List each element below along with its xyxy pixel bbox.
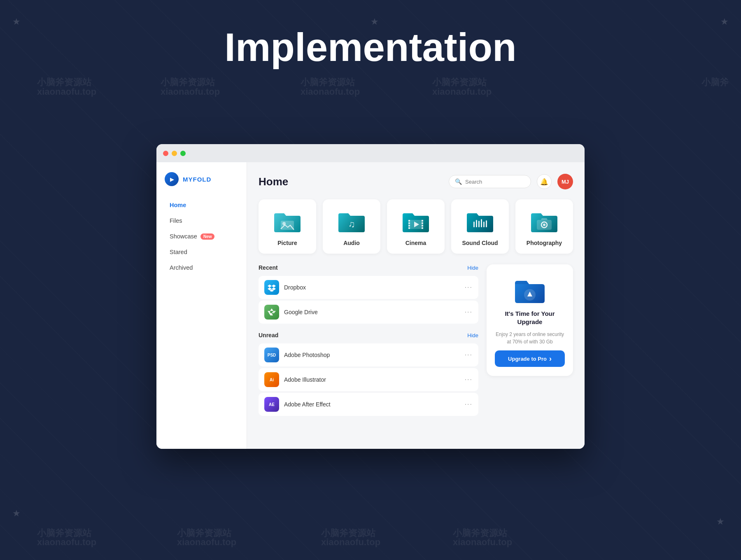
maximize-button[interactable]: [180, 151, 186, 156]
upgrade-card: It's Time for Your Upgrade Enjoy 2 years…: [487, 264, 573, 376]
main-content: Home 🔍 🔔 MJ: [247, 162, 585, 449]
recent-item-dropbox[interactable]: Dropbox ···: [259, 276, 478, 299]
close-button[interactable]: [163, 151, 168, 156]
svg-marker-25: [270, 308, 273, 311]
svg-rect-11: [422, 227, 423, 229]
recent-hide[interactable]: Hide: [467, 265, 478, 271]
sidebar-item-archived[interactable]: Archived: [165, 260, 238, 275]
sidebar-item-label: Showcase: [170, 233, 197, 240]
file-more-button[interactable]: ···: [465, 308, 473, 316]
recent-title: Recent: [259, 264, 278, 271]
svg-rect-10: [422, 225, 423, 226]
upgrade-folder-icon: [513, 276, 546, 305]
sidebar-item-home[interactable]: Home: [165, 198, 238, 212]
content-columns: Recent Hide: [259, 264, 573, 424]
recent-item-name: Google Drive: [284, 309, 460, 315]
file-more-button[interactable]: ···: [465, 284, 473, 291]
unread-hide[interactable]: Hide: [467, 332, 478, 338]
svg-rect-4: [408, 220, 410, 222]
sidebar-item-files[interactable]: Files: [165, 213, 238, 228]
svg-rect-8: [422, 220, 423, 222]
svg-rect-17: [483, 222, 485, 227]
unread-title: Unread: [259, 332, 278, 338]
file-more-button[interactable]: ···: [465, 401, 473, 408]
unread-section-header: Unread Hide: [259, 332, 478, 338]
upgrade-button[interactable]: Upgrade to Pro: [495, 350, 565, 367]
logo[interactable]: MYFOLD: [165, 172, 238, 186]
folder-label-picture: Picture: [277, 240, 297, 246]
logo-icon: [165, 172, 179, 186]
search-icon: 🔍: [455, 178, 462, 185]
sidebar-item-label: Files: [170, 217, 182, 224]
right-panel: It's Time for Your Upgrade Enjoy 2 years…: [487, 264, 573, 424]
showcase-badge: New: [200, 233, 215, 240]
folder-card-picture[interactable]: Picture: [259, 199, 316, 254]
photoshop-icon: PSD: [264, 348, 279, 362]
title-bar: [156, 144, 585, 162]
googledrive-icon: [264, 305, 279, 320]
illustrator-icon: Ai: [264, 372, 279, 387]
svg-rect-7: [408, 227, 410, 229]
svg-point-21: [543, 224, 545, 226]
upgrade-desc: Enjoy 2 years of online security at 70% …: [495, 331, 565, 345]
folder-card-cinema[interactable]: Cinema: [387, 199, 445, 254]
user-avatar[interactable]: MJ: [557, 174, 573, 189]
sidebar-item-label: Home: [170, 202, 186, 208]
folder-label-cinema: Cinema: [405, 240, 426, 246]
svg-rect-14: [476, 220, 477, 227]
svg-marker-24: [272, 311, 276, 313]
svg-rect-18: [486, 220, 487, 227]
svg-rect-16: [481, 219, 482, 227]
svg-rect-9: [422, 222, 423, 224]
app-window: MYFOLD Home Files Showcase New Stared Ar…: [156, 144, 585, 449]
main-title: Implementation: [224, 25, 516, 70]
logo-text: MYFOLD: [183, 176, 211, 183]
file-more-button[interactable]: ···: [465, 376, 473, 383]
folder-label-soundcloud: Sound Cloud: [462, 240, 498, 246]
app-body: MYFOLD Home Files Showcase New Stared Ar…: [156, 162, 585, 449]
unread-item-illustrator[interactable]: Ai Adobe Illustrator ···: [259, 368, 478, 391]
sidebar-item-stared[interactable]: Stared: [165, 245, 238, 259]
unread-item-name: Adobe Photoshop: [284, 352, 460, 358]
content-header: Home 🔍 🔔 MJ: [259, 174, 573, 189]
unread-item-aftereffect[interactable]: AE Adobe After Effect ···: [259, 393, 478, 416]
recent-item-name: Dropbox: [284, 284, 460, 291]
minimize-button[interactable]: [172, 151, 177, 156]
svg-rect-15: [478, 221, 480, 227]
folder-icon-photography: [529, 209, 559, 234]
sidebar-item-label: Stared: [170, 249, 187, 255]
sidebar-item-showcase[interactable]: Showcase New: [165, 229, 238, 244]
folder-grid: Picture ♫: [259, 199, 573, 254]
folder-card-soundcloud[interactable]: Sound Cloud: [451, 199, 509, 254]
folder-icon-cinema: [401, 209, 431, 234]
svg-rect-6: [408, 225, 410, 226]
search-input[interactable]: [465, 179, 523, 185]
svg-text:♫: ♫: [348, 219, 355, 229]
unread-file-list: PSD Adobe Photoshop ··· Ai Adobe Illustr…: [259, 343, 478, 416]
folder-label-audio: Audio: [343, 240, 360, 246]
sidebar-item-label: Archived: [170, 264, 193, 271]
unread-item-photoshop[interactable]: PSD Adobe Photoshop ···: [259, 343, 478, 366]
aftereffect-icon: AE: [264, 397, 279, 412]
folder-card-audio[interactable]: ♫ Audio: [323, 199, 380, 254]
folder-icon-soundcloud: [465, 209, 495, 234]
folder-label-photography: Photography: [527, 240, 562, 246]
notification-bell[interactable]: 🔔: [537, 174, 552, 189]
recent-item-googledrive[interactable]: Google Drive ···: [259, 301, 478, 324]
folder-card-photography[interactable]: Photography: [515, 199, 573, 254]
left-column: Recent Hide: [259, 264, 478, 424]
recent-file-list: Dropbox ···: [259, 276, 478, 324]
search-box[interactable]: 🔍: [449, 175, 531, 188]
dropbox-icon: [264, 280, 279, 295]
file-more-button[interactable]: ···: [465, 351, 473, 359]
svg-rect-13: [473, 222, 475, 227]
svg-rect-0: [281, 221, 294, 230]
recent-section-header: Recent Hide: [259, 264, 478, 271]
page-title: Home: [259, 175, 288, 188]
sidebar: MYFOLD Home Files Showcase New Stared Ar…: [156, 162, 247, 449]
folder-icon-audio: ♫: [337, 209, 366, 234]
header-right: 🔍 🔔 MJ: [449, 174, 573, 189]
unread-item-name: Adobe After Effect: [284, 401, 460, 408]
unread-item-name: Adobe Illustrator: [284, 376, 460, 383]
folder-icon-picture: [273, 209, 302, 234]
